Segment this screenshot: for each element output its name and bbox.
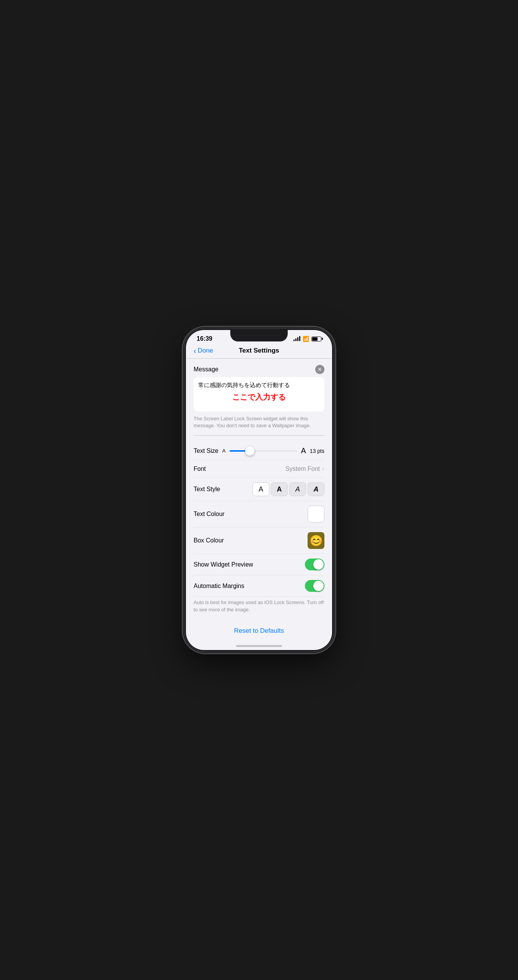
nav-bar: ‹ Done Text Settings	[186, 345, 332, 359]
box-colour-swatch[interactable]: 😊	[308, 532, 324, 549]
box-colour-emoji: 😊	[309, 534, 323, 547]
automatic-margins-helper: Auto is best for images used as iOS Lock…	[194, 597, 324, 619]
auto-margins-toggle-thumb	[313, 581, 324, 591]
text-colour-row: Text Colour	[194, 501, 324, 528]
font-value-container: System Font ›	[285, 465, 324, 473]
text-style-label: Text Style	[194, 486, 220, 493]
text-size-slider-container: A A 13 pts	[222, 446, 324, 455]
font-label: Font	[194, 466, 206, 472]
reset-button[interactable]: Reset to Defaults	[194, 619, 324, 637]
back-button[interactable]: ‹ Done	[194, 347, 213, 354]
notch	[230, 330, 288, 341]
text-size-row: Text Size A A 13 pts	[194, 442, 324, 460]
box-colour-label: Box Colour	[194, 537, 224, 544]
message-section-header: Message ✕	[194, 359, 324, 377]
home-indicator	[236, 645, 282, 647]
automatic-margins-label: Automatic Margins	[194, 583, 244, 590]
text-size-slider[interactable]	[230, 450, 297, 452]
clear-button[interactable]: ✕	[315, 365, 324, 374]
style-normal-button[interactable]: A	[252, 482, 269, 496]
phone-frame: 16:39 📶 ‹ Done Text Settings	[184, 328, 334, 652]
style-bold-italic-button[interactable]: A	[308, 482, 324, 496]
style-bold-button[interactable]: A	[271, 482, 288, 496]
slider-large-a: A	[301, 446, 306, 455]
page-title: Text Settings	[239, 347, 279, 354]
font-row[interactable]: Font System Font ›	[194, 460, 324, 478]
battery-icon	[311, 336, 321, 341]
message-label: Message	[194, 366, 218, 373]
text-colour-label: Text Colour	[194, 511, 225, 518]
message-line1: 常に感謝の気持ちを込めて行動する	[198, 382, 320, 389]
chevron-left-icon: ‹	[194, 347, 196, 354]
status-icons: 📶	[293, 336, 321, 342]
show-widget-preview-toggle[interactable]	[305, 559, 324, 570]
divider	[194, 435, 324, 436]
text-style-group: A A A A	[252, 482, 324, 496]
message-line2: ここで入力する	[198, 392, 320, 402]
box-colour-row: Box Colour 😊	[194, 528, 324, 554]
signal-icon	[293, 336, 300, 341]
message-box[interactable]: 常に感謝の気持ちを込めて行動する ここで入力する	[194, 377, 324, 412]
message-helper-text: The Screen Label Lock Screen widget will…	[194, 415, 324, 429]
phone-screen: 16:39 📶 ‹ Done Text Settings	[186, 330, 332, 650]
font-value: System Font	[285, 466, 320, 472]
chevron-right-icon: ›	[322, 465, 324, 473]
show-widget-preview-row: Show Widget Preview	[194, 554, 324, 575]
style-italic-button[interactable]: A	[289, 482, 306, 496]
text-colour-swatch[interactable]	[308, 506, 324, 523]
back-label: Done	[198, 347, 213, 354]
status-time: 16:39	[197, 335, 212, 342]
slider-small-a: A	[222, 448, 226, 454]
automatic-margins-row: Automatic Margins	[194, 575, 324, 597]
automatic-margins-toggle[interactable]	[305, 580, 324, 592]
toggle-thumb	[313, 559, 324, 570]
content-area: Message ✕ 常に感謝の気持ちを込めて行動する ここで入力する The S…	[186, 359, 332, 637]
text-size-value: 13 pts	[310, 448, 324, 454]
wifi-icon: 📶	[303, 336, 309, 342]
text-style-row: Text Style A A A A	[194, 478, 324, 501]
text-size-label: Text Size	[194, 448, 218, 454]
show-widget-preview-label: Show Widget Preview	[194, 561, 253, 568]
